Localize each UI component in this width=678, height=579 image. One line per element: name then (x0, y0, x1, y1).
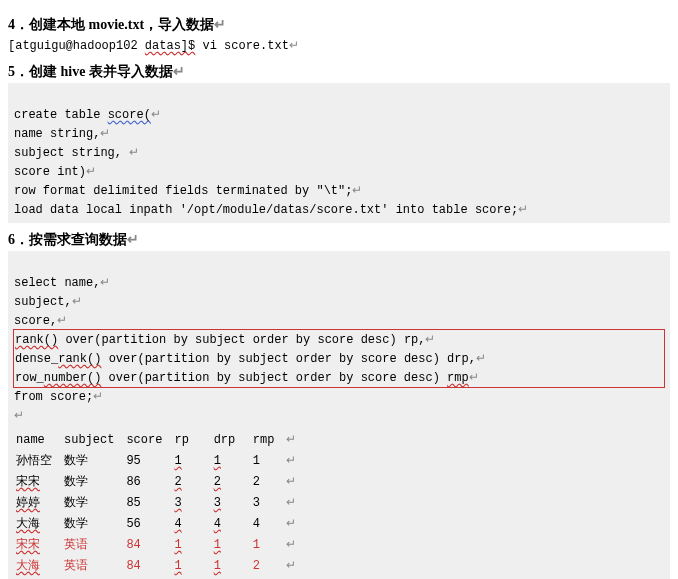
cmd-rest: vi score.txt (195, 39, 289, 53)
step6-l2: subject, (14, 295, 72, 309)
table-row: 宋宋数学86222↵ (14, 471, 306, 492)
step6-heading-text: 6．按需求查询数据 (8, 232, 127, 247)
table-cell: 1 (212, 450, 251, 471)
step6-heading: 6．按需求查询数据↵ (8, 231, 670, 249)
step5-l1a: create table (14, 108, 108, 122)
return-mark: ↵ (214, 16, 226, 32)
return-mark: ↵ (57, 313, 67, 327)
result-table: name subject score rp drp rmp ↵ 孙悟空数学951… (14, 429, 306, 579)
table-cell: 数学 (62, 513, 124, 534)
table-cell: 1 (172, 450, 211, 471)
table-cell: 84 (124, 534, 172, 555)
col-ret: ↵ (284, 429, 306, 450)
table-cell: 86 (124, 471, 172, 492)
return-mark: ↵ (93, 389, 103, 403)
step6-l6a: row_ (15, 371, 44, 385)
return-mark: ↵ (289, 38, 299, 52)
table-header-row: name subject score rp drp rmp ↵ (14, 429, 306, 450)
step5-l2: name string, (14, 127, 100, 141)
table-body: 孙悟空数学95111↵宋宋数学86222↵婷婷数学85333↵大海数学56444… (14, 450, 306, 579)
step6-l4a: rank() (15, 333, 58, 347)
table-cell: 4 (212, 513, 251, 534)
return-mark: ↵ (127, 231, 139, 247)
step5-code: create table score(↵ name string,↵ subje… (8, 83, 670, 223)
table-row: 孙悟空数学95111↵ (14, 450, 306, 471)
step6-l6d: rmp (447, 371, 469, 385)
col-subject: subject (62, 429, 124, 450)
table-cell: 3 (251, 492, 285, 513)
table-cell: 宋宋 (14, 471, 62, 492)
table-cell: 数学 (62, 450, 124, 471)
step4-cmd: [atguigu@hadoop102 datas]$ vi score.txt↵ (8, 36, 670, 55)
table-cell-return: ↵ (284, 513, 306, 534)
step5-l1b: score( (108, 108, 151, 122)
table-cell: 2 (251, 471, 285, 492)
step6-l1: select name, (14, 276, 100, 290)
step5-l4: score int) (14, 165, 86, 179)
col-score: score (124, 429, 172, 450)
return-mark: ↵ (14, 408, 24, 422)
step5-l5: row format delimited fields terminated b… (14, 184, 352, 198)
table-cell: 大海 (14, 555, 62, 576)
table-cell: 1 (251, 450, 285, 471)
table-row: 大海数学56444↵ (14, 513, 306, 534)
return-mark: ↵ (72, 294, 82, 308)
table-cell-return: ↵ (284, 471, 306, 492)
table-cell: 2 (212, 471, 251, 492)
table-cell-return: ↵ (284, 492, 306, 513)
step5-l6: load data local inpath '/opt/module/data… (14, 203, 518, 217)
col-rmp: rmp (251, 429, 285, 450)
table-cell: 4 (172, 513, 211, 534)
return-mark: ↵ (129, 145, 139, 159)
table-cell: 1 (212, 555, 251, 576)
step5-heading-text: 5．创建 hive 表并导入数据 (8, 64, 173, 79)
step5-l3: subject string, (14, 146, 129, 160)
table-cell: 1 (251, 534, 285, 555)
table-cell: 2 (172, 471, 211, 492)
step6-l5a: dense_ (15, 352, 58, 366)
highlight-box: rank() over(partition by subject order b… (13, 329, 665, 388)
step4-heading-text: 4．创建本地 movie.txt，导入数据 (8, 17, 214, 32)
table-cell: 数学 (62, 492, 124, 513)
step4-heading: 4．创建本地 movie.txt，导入数据↵ (8, 16, 670, 34)
table-cell-return: ↵ (284, 555, 306, 576)
table-cell: 孙悟空 (14, 450, 62, 471)
table-cell: 3 (172, 492, 211, 513)
table-cell: 4 (251, 513, 285, 534)
table-cell: 大海 (14, 513, 62, 534)
table-cell: 1 (172, 555, 211, 576)
table-cell: 85 (124, 492, 172, 513)
table-cell: 56 (124, 513, 172, 534)
table-cell: 1 (212, 534, 251, 555)
step6-l6c: over(partition by subject order by score… (101, 371, 447, 385)
return-mark: ↵ (518, 202, 528, 216)
table-row: 宋宋英语84111↵ (14, 534, 306, 555)
col-drp: drp (212, 429, 251, 450)
table-cell: 宋宋 (14, 534, 62, 555)
step6-l5c: over(partition by subject order by score… (101, 352, 475, 366)
step6-l7: from score; (14, 390, 93, 404)
cmd-dir: datas]$ (145, 39, 195, 53)
step6-code: select name,↵ subject,↵ score,↵ rank() o… (8, 251, 670, 579)
step6-l3: score, (14, 314, 57, 328)
table-cell: 95 (124, 450, 172, 471)
return-mark: ↵ (352, 183, 362, 197)
table-cell: 数学 (62, 471, 124, 492)
table-cell: 3 (212, 492, 251, 513)
step5-heading: 5．创建 hive 表并导入数据↵ (8, 63, 670, 81)
return-mark: ↵ (173, 63, 185, 79)
table-cell-return: ↵ (284, 534, 306, 555)
step6-l4b: over(partition by subject order by score… (58, 333, 425, 347)
table-row: 婷婷数学85333↵ (14, 492, 306, 513)
table-cell: 84 (124, 555, 172, 576)
table-cell: 2 (251, 555, 285, 576)
return-mark: ↵ (86, 164, 96, 178)
table-cell: 1 (172, 534, 211, 555)
col-rp: rp (172, 429, 211, 450)
return-mark: ↵ (476, 351, 486, 365)
return-mark: ↵ (100, 275, 110, 289)
table-cell: 婷婷 (14, 492, 62, 513)
cmd-user: [atguigu@hadoop102 (8, 39, 145, 53)
table-row: 大海英语84112↵ (14, 555, 306, 576)
return-mark: ↵ (100, 126, 110, 140)
